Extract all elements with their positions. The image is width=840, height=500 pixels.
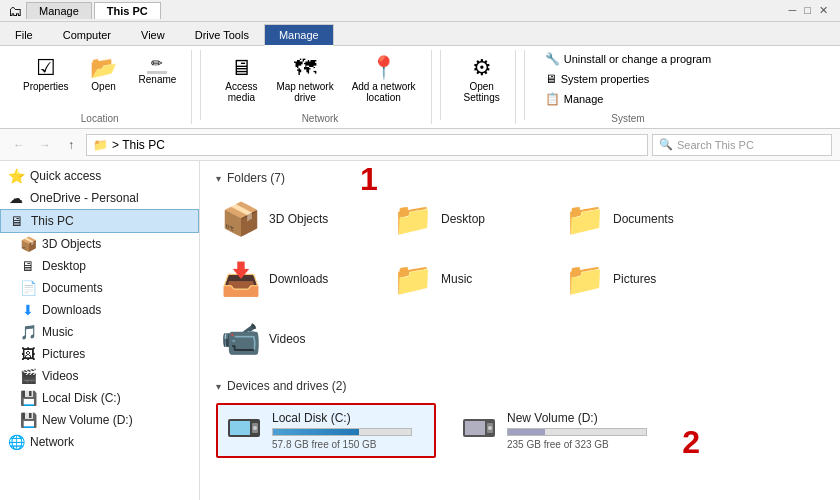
drive-c-info: Local Disk (C:) 57.8 GB free of 150 GB (272, 411, 426, 450)
sidebar-item-3dobjects[interactable]: 📦 3D Objects (0, 233, 199, 255)
this-pc-icon: 🖥 (9, 213, 25, 229)
path-icon: 📁 (93, 138, 108, 152)
open-settings-button[interactable]: ⚙ OpenSettings (457, 50, 507, 108)
ribbon-group-network: 🖥 Accessmedia 🗺 Map networkdrive 📍 Add a… (209, 50, 431, 124)
drive-local-disk[interactable]: Local Disk (C:) 57.8 GB free of 150 GB (216, 403, 436, 458)
title-bar: 🗂 Manage This PC ─ □ ✕ (0, 0, 840, 22)
3dobjects-icon: 📦 (20, 236, 36, 252)
folder-pictures-icon: 📁 (565, 260, 605, 298)
drive-c-bar (272, 428, 412, 436)
folder-3dobjects[interactable]: 📦 3D Objects (216, 195, 376, 243)
pictures-icon: 🖼 (20, 346, 36, 362)
folder-pictures[interactable]: 📁 Pictures (560, 255, 720, 303)
folders-chevron: ▾ (216, 173, 221, 184)
tab-file[interactable]: File (0, 23, 48, 45)
drive-new-volume[interactable]: New Volume (D:) 235 GB free of 323 GB (452, 403, 672, 458)
sidebar-item-this-pc[interactable]: 🖥 This PC (0, 209, 199, 233)
drive-d-bar (507, 428, 647, 436)
location-group-label: Location (81, 109, 119, 124)
tab-drive-tools[interactable]: Drive Tools (180, 23, 264, 45)
sidebar-item-videos[interactable]: 🎬 Videos (0, 365, 199, 387)
maximize-button[interactable]: □ (804, 4, 811, 17)
address-path[interactable]: 📁 > This PC (86, 134, 648, 156)
window-icon: 🗂 (8, 3, 22, 19)
sidebar-item-documents[interactable]: 📄 Documents (0, 277, 199, 299)
sidebar-item-local-disk[interactable]: 💾 Local Disk (C:) (0, 387, 199, 409)
sidebar-item-pictures[interactable]: 🖼 Pictures (0, 343, 199, 365)
content-area: 1 ▾ Folders (7) 📦 3D Objects 📁 Desktop 📁… (200, 161, 840, 500)
ribbon-group-system: 🔧 Uninstall or change a program 🖥 System… (533, 50, 723, 124)
folder-3dobjects-icon: 📦 (221, 200, 261, 238)
sidebar-item-onedrive[interactable]: ☁ OneDrive - Personal (0, 187, 199, 209)
rename-button[interactable]: ✏ Rename (132, 50, 184, 90)
drive-d-icon (461, 413, 497, 448)
svg-rect-1 (230, 421, 250, 435)
manage-button[interactable]: 📋 Manage (541, 90, 715, 108)
map-drive-button[interactable]: 🗺 Map networkdrive (269, 50, 340, 108)
svg-point-7 (488, 426, 492, 430)
folder-videos-icon: 📹 (221, 320, 261, 358)
sidebar: ⭐ Quick access ☁ OneDrive - Personal 🖥 T… (0, 161, 200, 500)
drive-c-icon (226, 413, 262, 448)
drive-d-info: New Volume (D:) 235 GB free of 323 GB (507, 411, 663, 450)
sidebar-item-quick-access[interactable]: ⭐ Quick access (0, 165, 199, 187)
minimize-button[interactable]: ─ (789, 4, 797, 17)
folder-music[interactable]: 📁 Music (388, 255, 548, 303)
properties-button[interactable]: ☑ Properties (16, 50, 76, 97)
up-button[interactable]: ↑ (60, 134, 82, 156)
folder-documents-icon: 📁 (565, 200, 605, 238)
search-box[interactable]: 🔍 Search This PC (652, 134, 832, 156)
forward-button[interactable]: → (34, 134, 56, 156)
onedrive-icon: ☁ (8, 190, 24, 206)
svg-point-3 (253, 426, 257, 430)
videos-icon: 🎬 (20, 368, 36, 384)
folder-videos[interactable]: 📹 Videos (216, 315, 376, 363)
path-text: > This PC (112, 138, 165, 152)
folders-label: Folders (7) (227, 171, 285, 185)
drive-d-fill (508, 429, 545, 435)
system-group-label: System (611, 109, 644, 124)
folder-downloads-icon: 📥 (221, 260, 261, 298)
folders-section-header[interactable]: ▾ Folders (7) (216, 171, 824, 185)
tab-this-pc[interactable]: This PC (94, 2, 161, 19)
tab-manage[interactable]: Manage (26, 2, 92, 19)
sidebar-item-network[interactable]: 🌐 Network (0, 431, 199, 453)
devices-section-header[interactable]: ▾ Devices and drives (2) (216, 379, 824, 393)
network-icon: 🌐 (8, 434, 24, 450)
ribbon: File Computer View Drive Tools Manage ☑ … (0, 22, 840, 129)
folder-downloads[interactable]: 📥 Downloads (216, 255, 376, 303)
ribbon-group-settings: ⚙ OpenSettings (449, 50, 516, 124)
tab-computer[interactable]: Computer (48, 23, 126, 45)
folder-music-icon: 📁 (393, 260, 433, 298)
folder-documents[interactable]: 📁 Documents (560, 195, 720, 243)
devices-grid: Local Disk (C:) 57.8 GB free of 150 GB (216, 403, 824, 458)
svg-rect-5 (465, 421, 485, 435)
network-group-label: Network (302, 109, 339, 124)
devices-label: Devices and drives (2) (227, 379, 346, 393)
ribbon-group-location: ☑ Properties 📂 Open ✏ Rename Location (8, 50, 192, 124)
sidebar-item-new-volume[interactable]: 💾 New Volume (D:) (0, 409, 199, 431)
folder-desktop[interactable]: 📁 Desktop (388, 195, 548, 243)
music-icon: 🎵 (20, 324, 36, 340)
search-placeholder: Search This PC (677, 139, 754, 151)
sidebar-item-downloads[interactable]: ⬇ Downloads (0, 299, 199, 321)
drive-c-fill (273, 429, 359, 435)
search-icon: 🔍 (659, 138, 673, 151)
access-media-button[interactable]: 🖥 Accessmedia (217, 50, 265, 108)
main-layout: ⭐ Quick access ☁ OneDrive - Personal 🖥 T… (0, 161, 840, 500)
tab-manage-ribbon[interactable]: Manage (264, 24, 334, 46)
uninstall-button[interactable]: 🔧 Uninstall or change a program (541, 50, 715, 68)
downloads-icon: ⬇ (20, 302, 36, 318)
sidebar-item-music[interactable]: 🎵 Music (0, 321, 199, 343)
devices-chevron: ▾ (216, 381, 221, 392)
add-location-button[interactable]: 📍 Add a networklocation (345, 50, 423, 108)
documents-icon: 📄 (20, 280, 36, 296)
tab-view[interactable]: View (126, 23, 180, 45)
new-volume-icon: 💾 (20, 412, 36, 428)
close-button[interactable]: ✕ (819, 4, 828, 17)
open-button[interactable]: 📂 Open (80, 50, 128, 97)
back-button[interactable]: ← (8, 134, 30, 156)
sidebar-item-desktop[interactable]: 🖥 Desktop (0, 255, 199, 277)
system-properties-button[interactable]: 🖥 System properties (541, 70, 715, 88)
local-disk-icon: 💾 (20, 390, 36, 406)
